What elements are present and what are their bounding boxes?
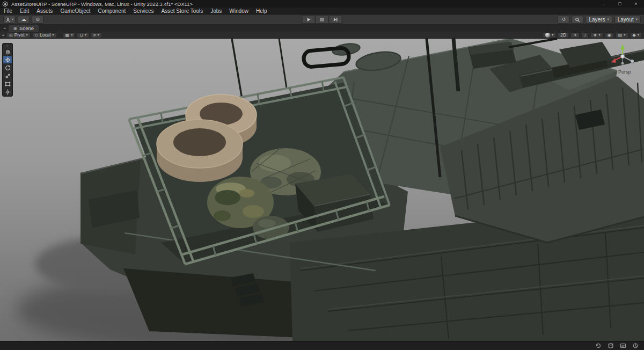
- tank-model[interactable]: [80, 39, 644, 341]
- menu-asset-store-tools[interactable]: Asset Store Tools: [158, 8, 207, 14]
- status-console-icon[interactable]: [620, 342, 626, 349]
- chevron-down-icon: ▾: [599, 33, 601, 37]
- cargo-roll-2: [157, 120, 243, 182]
- menu-jobs[interactable]: Jobs: [207, 8, 225, 14]
- persp-label: Persp: [618, 69, 631, 75]
- status-activity-icon[interactable]: [632, 342, 639, 349]
- menu-file[interactable]: File: [0, 8, 16, 14]
- grid-dropdown[interactable]: ▦ ▾: [63, 32, 76, 38]
- step-button[interactable]: [329, 16, 342, 24]
- rotate-icon: [5, 65, 11, 71]
- step-icon: [333, 17, 338, 22]
- scene-view[interactable]: ≡: [0, 39, 644, 341]
- grid-icon: ▦: [65, 33, 70, 38]
- chevron-down-icon: ▾: [52, 33, 54, 37]
- account-icon: [5, 17, 11, 23]
- undo-history-button[interactable]: ↺: [558, 16, 569, 24]
- menu-assets[interactable]: Assets: [33, 8, 56, 14]
- search-button[interactable]: [572, 16, 583, 24]
- scene-tab-icon: ▣: [13, 26, 17, 31]
- audio-icon: ♪: [584, 33, 586, 38]
- camera-icon: ▤: [618, 33, 623, 38]
- cloud-button[interactable]: ☁: [18, 16, 30, 24]
- layers-dropdown[interactable]: Layers ▾: [586, 16, 612, 24]
- menu-services[interactable]: Services: [129, 8, 157, 14]
- maximize-button[interactable]: □: [612, 0, 628, 8]
- chevron-down-icon: ▾: [12, 18, 13, 21]
- pause-icon: [320, 17, 325, 22]
- play-icon: [306, 17, 311, 22]
- layers-label: Layers: [589, 17, 605, 23]
- pivot-dropdown[interactable]: ◎ Pivot ▾: [6, 32, 31, 38]
- handle-space-icon: ◇: [35, 33, 38, 38]
- view-tool-button[interactable]: [3, 48, 12, 55]
- snap-magnet-icon: ⊔: [79, 33, 83, 38]
- projection-toggle[interactable]: ◀ Persp: [614, 69, 631, 75]
- scale-icon: [5, 73, 11, 79]
- transform-icon: [5, 89, 11, 95]
- effects-icon: ★: [593, 33, 597, 38]
- gizmos-dropdown[interactable]: ◆ ▾: [630, 32, 642, 38]
- tools-overlay: ≡: [2, 43, 13, 97]
- shaded-sphere-icon: [545, 33, 550, 38]
- move-tool-button[interactable]: [3, 56, 12, 63]
- visibility-toggle[interactable]: ◉: [605, 32, 614, 38]
- persp-cube-icon: ◀: [614, 70, 617, 74]
- tab-scene[interactable]: ▣ Scene: [9, 25, 39, 32]
- unity-logo-icon: [2, 1, 9, 7]
- play-button[interactable]: [302, 16, 316, 24]
- chevron-down-icon: ▾: [552, 33, 553, 37]
- rotate-tool-button[interactable]: [3, 64, 12, 71]
- menu-edit[interactable]: Edit: [16, 8, 33, 14]
- scale-tool-button[interactable]: [3, 72, 12, 79]
- scene-orientation-gizmo[interactable]: ◀ Persp: [605, 44, 640, 75]
- overlay-grip-icon[interactable]: ≡: [2, 33, 5, 38]
- move-icon: [5, 57, 11, 63]
- scene-tab-label: Scene: [19, 25, 34, 31]
- gizmos-icon: ◆: [633, 33, 636, 38]
- layout-label: Layout: [618, 17, 634, 23]
- snap-dropdown[interactable]: ⊔ ▾: [77, 32, 89, 38]
- increment-snap-icon: #: [93, 33, 96, 38]
- chevron-down-icon: ▾: [71, 33, 72, 37]
- close-button[interactable]: ×: [628, 0, 644, 8]
- menu-gameobject[interactable]: GameObject: [56, 8, 94, 14]
- status-refresh-icon[interactable]: [595, 342, 602, 349]
- pause-button[interactable]: [316, 16, 329, 24]
- chevron-down-icon: ▾: [85, 33, 86, 37]
- audio-toggle[interactable]: ♪: [581, 32, 589, 38]
- version-control-icon: ⊙: [35, 17, 40, 22]
- overlay-handle-icon[interactable]: ≡: [7, 44, 9, 47]
- 2d-toggle[interactable]: 2D: [558, 32, 569, 38]
- account-button[interactable]: ▾: [3, 16, 16, 24]
- version-control-button[interactable]: ⊙: [32, 16, 43, 24]
- menu-help[interactable]: Help: [252, 8, 271, 14]
- increment-snap-dropdown[interactable]: # ▾: [91, 32, 102, 38]
- status-cache-icon[interactable]: [608, 342, 614, 349]
- handle-space-dropdown[interactable]: ◇ Local ▾: [32, 32, 57, 38]
- pane-menu-icon[interactable]: ≡: [1, 25, 9, 32]
- menu-component[interactable]: Component: [94, 8, 130, 14]
- transform-tool-button[interactable]: [3, 88, 12, 96]
- chevron-down-icon: ▾: [26, 33, 28, 37]
- window-title: AssetStoreURP - SceneURP - Windows, Mac,…: [11, 1, 193, 7]
- search-icon: [575, 17, 580, 23]
- axis-gizmo-icon[interactable]: [606, 44, 639, 69]
- layout-dropdown[interactable]: Layout ▾: [614, 16, 641, 24]
- draw-mode-dropdown[interactable]: ▾: [543, 32, 556, 38]
- visibility-icon: ◉: [608, 33, 611, 38]
- local-label: Local: [40, 32, 50, 38]
- chevron-down-icon: ▾: [636, 18, 638, 21]
- cloud-icon: ☁: [21, 17, 26, 22]
- minimize-button[interactable]: –: [596, 0, 612, 8]
- lighting-toggle[interactable]: ☀: [570, 32, 580, 38]
- scene-viewport[interactable]: [0, 39, 644, 341]
- effects-dropdown[interactable]: ★ ▾: [590, 32, 603, 38]
- menu-window[interactable]: Window: [225, 8, 252, 14]
- light-icon: ☀: [573, 33, 577, 38]
- 2d-label: 2D: [560, 32, 566, 38]
- camera-settings-dropdown[interactable]: ▤ ▾: [616, 32, 628, 38]
- status-bar: [0, 341, 644, 350]
- rect-tool-button[interactable]: [3, 80, 12, 88]
- unity-editor-window: AssetStoreURP - SceneURP - Windows, Mac,…: [0, 0, 644, 350]
